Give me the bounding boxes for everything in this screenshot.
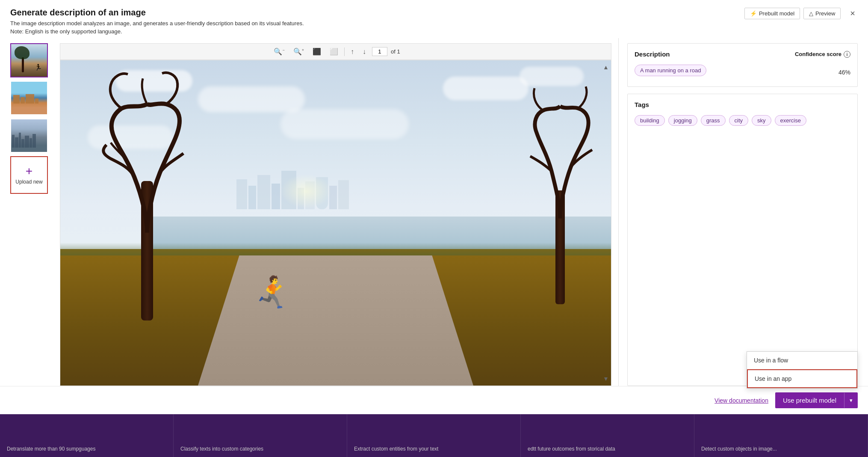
plus-icon: + bbox=[26, 165, 32, 177]
tag-chip: sky bbox=[752, 115, 771, 126]
modal-title: Generate description of an image bbox=[10, 8, 304, 18]
zoom-in-button[interactable]: 🔍+ bbox=[291, 46, 307, 57]
results-panel: Description Confidence score i A man run… bbox=[618, 38, 858, 386]
modal-header: Generate description of an image The ima… bbox=[0, 0, 868, 38]
confidence-label: Confidence score bbox=[795, 51, 841, 57]
tags-label: Tags bbox=[635, 101, 850, 108]
modal-body: 🏃 bbox=[0, 38, 868, 386]
scroll-up-arrow[interactable]: ▲ bbox=[601, 64, 611, 71]
modal-footer: View documentation Use prebuilt model ▾ bbox=[0, 386, 868, 414]
modal-description: The image description model analyzes an … bbox=[10, 20, 304, 27]
description-section: Description Confidence score i A man run… bbox=[627, 43, 858, 87]
runner-figure: 🏃 bbox=[253, 274, 292, 311]
tag-chip: building bbox=[635, 115, 665, 126]
zoom-out-button[interactable]: 🔍− bbox=[271, 46, 287, 57]
bottom-card: Detect custom objects in image... bbox=[694, 414, 868, 457]
tag-chip: grass bbox=[701, 115, 726, 126]
zoom-in-icon: 🔍+ bbox=[293, 47, 304, 56]
up-arrow-icon: ↑ bbox=[351, 48, 354, 56]
preview-button[interactable]: △ Preview bbox=[803, 8, 841, 19]
bottom-card: edtt future outcomes from storical data bbox=[521, 414, 694, 457]
modal-note: Note: English is the only supported lang… bbox=[10, 28, 304, 35]
dropdown-item-1[interactable]: Use in an app bbox=[747, 369, 857, 388]
confidence-value: 46% bbox=[838, 69, 850, 76]
prebuilt-model-button[interactable]: ⚡ Prebuilt model bbox=[744, 8, 800, 19]
page-of-label: of 1 bbox=[391, 48, 400, 55]
description-chip: A man running on a road bbox=[635, 65, 706, 76]
header-buttons: ⚡ Prebuilt model △ Preview × bbox=[744, 8, 858, 19]
bottom-strip: Detranslate more than 90 sumpguagesClass… bbox=[0, 414, 868, 457]
fit-width-button[interactable]: ⬛ bbox=[310, 46, 324, 57]
fit-page-button[interactable]: ⬜ bbox=[327, 46, 341, 57]
fit-page-icon: ⬜ bbox=[330, 47, 338, 56]
zoom-out-icon: 🔍− bbox=[274, 47, 284, 56]
bottom-card: Detranslate more than 90 sumpguages bbox=[0, 414, 174, 457]
confidence-header: Confidence score i bbox=[795, 51, 850, 58]
thumbnail-item[interactable]: 🏃 bbox=[10, 43, 48, 77]
thumbnail-item[interactable] bbox=[10, 119, 48, 153]
image-container: 🏃 ▲ ▼ bbox=[60, 60, 611, 386]
upload-label: Upload new bbox=[15, 179, 42, 185]
modal: Generate description of an image The ima… bbox=[0, 0, 868, 457]
view-documentation-link[interactable]: View documentation bbox=[714, 397, 768, 404]
info-icon[interactable]: i bbox=[844, 51, 850, 58]
bottom-card: Extract custom entities from your text bbox=[347, 414, 521, 457]
dropdown-item-0[interactable]: Use in a flow bbox=[747, 352, 857, 369]
upload-new-button[interactable]: + Upload new bbox=[10, 156, 48, 194]
tags-section: Tags buildingjogginggrasscityskyexercise bbox=[627, 94, 858, 386]
next-page-button[interactable]: ↓ bbox=[360, 47, 369, 57]
viewer-toolbar: 🔍− 🔍+ ⬛ ⬜ ↑ ↓ 1 of 1 bbox=[60, 43, 611, 60]
image-viewer: 🔍− 🔍+ ⬛ ⬜ ↑ ↓ 1 of 1 bbox=[60, 38, 611, 386]
lightning-icon: ⚡ bbox=[750, 10, 757, 17]
scroll-down-arrow[interactable]: ▼ bbox=[601, 375, 611, 382]
fit-width-icon: ⬛ bbox=[313, 47, 321, 56]
title-section: Generate description of an image The ima… bbox=[10, 8, 304, 35]
tag-chip: city bbox=[729, 115, 749, 126]
prev-page-button[interactable]: ↑ bbox=[348, 47, 357, 57]
thumbnail-item[interactable] bbox=[10, 81, 48, 115]
description-header: Description Confidence score i bbox=[635, 50, 850, 58]
tags-container: buildingjogginggrasscityskyexercise bbox=[635, 115, 850, 126]
use-prebuilt-button[interactable]: Use prebuilt model ▾ bbox=[775, 392, 858, 408]
tag-chip: exercise bbox=[775, 115, 806, 126]
bottom-card: Classify texts into custom categories bbox=[174, 414, 347, 457]
toolbar-divider bbox=[344, 47, 345, 56]
dropdown-popup: Use in a flowUse in an app bbox=[747, 351, 858, 389]
page-number-input[interactable]: 1 bbox=[372, 47, 387, 56]
tag-chip: jogging bbox=[668, 115, 697, 126]
preview-icon: △ bbox=[809, 10, 813, 17]
chevron-down-icon[interactable]: ▾ bbox=[844, 393, 858, 408]
down-arrow-icon: ↓ bbox=[363, 48, 366, 56]
description-label: Description bbox=[635, 50, 670, 58]
use-prebuilt-label: Use prebuilt model bbox=[775, 392, 844, 408]
thumbnail-panel: 🏃 bbox=[10, 38, 53, 386]
description-row: A man running on a road 46% bbox=[635, 65, 850, 80]
close-button[interactable]: × bbox=[847, 8, 858, 19]
